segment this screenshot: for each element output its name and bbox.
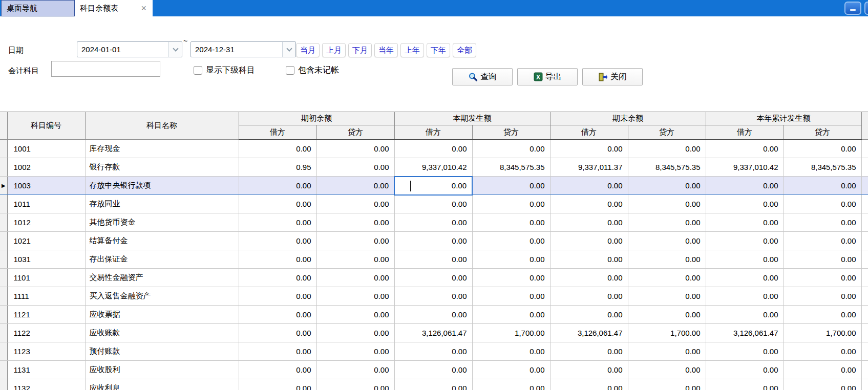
amount-cell[interactable]: 0.00 [628,361,706,379]
amount-cell[interactable]: 0.00 [706,195,784,213]
account-name-cell[interactable]: 存放同业 [85,195,239,213]
amount-cell[interactable]: 0.00 [628,232,706,250]
amount-cell[interactable]: 0.00 [628,306,706,324]
date-from-select[interactable]: 2024-01-01 [77,41,182,57]
quick-date-button-6[interactable]: 全部 [453,43,476,57]
account-code-cell[interactable]: 1131 [7,361,85,379]
amount-cell[interactable]: 0.00 [316,158,394,177]
amount-cell[interactable]: 0.00 [706,232,784,250]
table-row[interactable]: 1111买入返售金融资产0.000.000.000.000.000.000.00… [0,287,868,306]
amount-cell[interactable]: 0.00 [394,250,472,269]
table-row[interactable]: 1021结算备付金0.000.000.000.000.000.000.000.0… [0,232,868,250]
amount-cell[interactable]: 0.00 [239,324,316,342]
account-name-cell[interactable]: 银行存款 [85,158,239,177]
amount-cell[interactable]: 0.00 [239,177,316,195]
amount-cell[interactable]: 0.00 [784,195,861,213]
amount-cell[interactable]: 0.00 [550,213,628,232]
amount-cell[interactable]: 0.00 [706,361,784,379]
amount-cell[interactable]: 0.00 [316,342,394,361]
amount-cell[interactable]: 0.00 [239,195,316,213]
amount-cell[interactable]: 0.00 [784,213,861,232]
account-code-cell[interactable]: 1012 [7,213,85,232]
amount-cell[interactable]: 0.00 [316,177,394,195]
amount-cell[interactable]: 0.00 [784,250,861,269]
account-code-cell[interactable]: 1002 [7,158,85,177]
checkbox-include-unposted[interactable]: 包含未记帐 [286,65,339,76]
tab-desktop-navigation[interactable]: 桌面导航 [1,0,75,16]
amount-cell[interactable]: 0.00 [628,195,706,213]
amount-cell[interactable]: 0.00 [316,379,394,390]
table-row[interactable]: 1031存出保证金0.000.000.000.000.000.000.000.0… [0,250,868,269]
amount-cell[interactable]: 0.00 [239,361,316,379]
table-row[interactable]: 1132应收利息0.000.000.000.000.000.000.000.00 [0,379,868,390]
amount-cell[interactable]: 0.00 [316,306,394,324]
quick-date-button-1[interactable]: 上月 [322,43,346,57]
amount-cell[interactable]: 0.00 [316,324,394,342]
amount-cell[interactable]: 0.00 [239,140,316,158]
account-code-cell[interactable]: 1001 [7,140,85,158]
close-window-button[interactable]: 关闭 [582,68,643,85]
amount-cell[interactable]: 0.00 [316,140,394,158]
checkbox-show-sub-accounts[interactable]: 显示下级科目 [194,65,255,76]
amount-cell[interactable]: 0.00 [550,195,628,213]
query-button[interactable]: 查询 [452,68,513,85]
account-name-cell[interactable]: 库存现金 [85,140,239,158]
account-code-cell[interactable]: 1111 [7,287,85,306]
amount-cell[interactable]: 0.00 [550,269,628,287]
amount-cell[interactable]: 0.00 [239,379,316,390]
quick-date-button-5[interactable]: 下年 [427,43,450,57]
amount-cell[interactable]: 0.00 [239,306,316,324]
account-code-cell[interactable]: 1011 [7,195,85,213]
account-name-cell[interactable]: 存放中央银行款项 [85,177,239,195]
account-name-cell[interactable]: 存出保证金 [85,250,239,269]
amount-cell[interactable]: 0.00 [239,250,316,269]
amount-cell[interactable]: 0.00 [784,342,861,361]
account-code-cell[interactable]: 1101 [7,269,85,287]
quick-date-button-3[interactable]: 当年 [374,43,398,57]
quick-date-button-2[interactable]: 下月 [348,43,372,57]
amount-cell[interactable]: 1,700.00 [784,324,861,342]
account-name-cell[interactable]: 应收票据 [85,306,239,324]
amount-cell[interactable]: 0.00 [628,250,706,269]
account-code-cell[interactable]: 1003 [7,177,85,195]
amount-cell[interactable]: 0.00 [628,342,706,361]
table-row[interactable]: 1002银行存款0.950.009,337,010.428,345,575.35… [0,158,868,177]
amount-cell[interactable]: 0.00 [628,140,706,158]
account-name-cell[interactable]: 应收账款 [85,324,239,342]
amount-cell[interactable]: 1,700.00 [472,324,550,342]
amount-cell[interactable]: 0.00 [628,177,706,195]
amount-cell[interactable]: 0.00 [316,287,394,306]
amount-cell[interactable]: 0.00 [394,213,472,232]
amount-cell[interactable]: 0.00 [550,379,628,390]
account-name-cell[interactable]: 应收利息 [85,379,239,390]
amount-cell[interactable]: 0.00 [472,306,550,324]
amount-cell[interactable]: 0.00 [784,232,861,250]
amount-cell[interactable]: 9,337,010.42 [394,158,472,177]
table-row[interactable]: 1131应收股利0.000.000.000.000.000.000.000.00 [0,361,868,379]
chevron-down-icon[interactable] [168,42,182,57]
amount-cell[interactable]: 0.00 [394,269,472,287]
amount-cell[interactable]: 9,337,011.37 [550,158,628,177]
account-code-cell[interactable]: 1123 [7,342,85,361]
table-row[interactable]: 1012其他货币资金0.000.000.000.000.000.000.000.… [0,213,868,232]
amount-cell[interactable]: 0.00 [316,269,394,287]
amount-cell[interactable]: 0.00 [239,287,316,306]
account-name-cell[interactable]: 预付账款 [85,342,239,361]
account-code-cell[interactable]: 1031 [7,250,85,269]
date-to-select[interactable]: 2024-12-31 [190,41,296,57]
amount-cell[interactable]: 0.00 [628,269,706,287]
account-name-cell[interactable]: 结算备付金 [85,232,239,250]
amount-cell[interactable]: 0.00 [394,140,472,158]
amount-cell[interactable]: 0.00 [784,287,861,306]
amount-cell[interactable]: 0.00 [550,250,628,269]
amount-cell[interactable]: 0.00 [706,250,784,269]
amount-cell[interactable]: 0.00 [706,213,784,232]
amount-cell[interactable]: 8,345,575.35 [628,158,706,177]
amount-cell[interactable]: 0.00 [784,177,861,195]
amount-cell[interactable]: 0.00 [628,379,706,390]
amount-cell[interactable]: 0.00 [316,195,394,213]
amount-cell[interactable]: 0.00 [394,287,472,306]
amount-cell[interactable]: 0.00 [472,342,550,361]
amount-cell[interactable]: 0.00 [239,232,316,250]
amount-cell[interactable]: 0.00 [550,287,628,306]
